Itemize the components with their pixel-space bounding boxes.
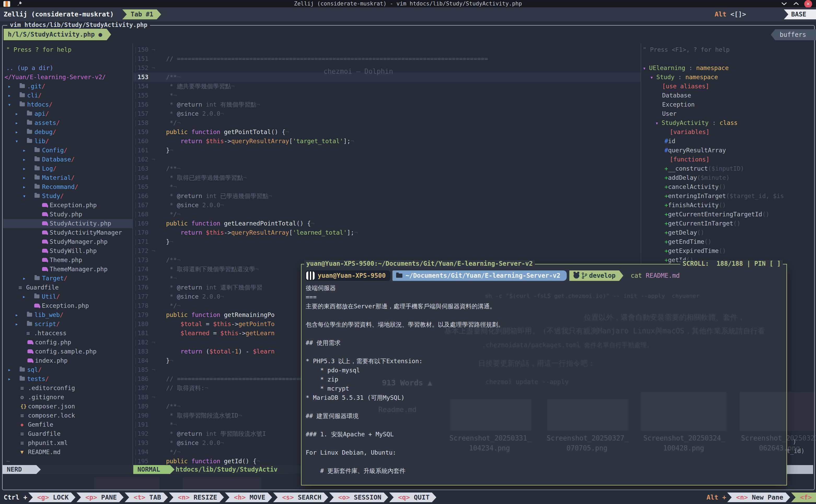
tree-row[interactable]: ≡composer.lock bbox=[3, 411, 133, 420]
lines-icon: ≡ bbox=[20, 429, 24, 438]
keybind-pane[interactable]: <p> PANE bbox=[77, 493, 124, 502]
readme-line: * mcrypt bbox=[306, 384, 349, 393]
tagbar-panel: " Press <F1>, ? for help▾ UElearning : n… bbox=[0, 0, 813, 264]
tree-row[interactable]: index.php bbox=[3, 356, 133, 365]
tagbar-row[interactable]: +cancelActivity() bbox=[664, 182, 726, 192]
tagbar-row[interactable]: +finishActivity() bbox=[664, 201, 726, 210]
chevron-closed-icon: ▸ bbox=[15, 320, 18, 329]
readme-line: * pdo-mysql bbox=[306, 366, 360, 375]
folder-icon bbox=[20, 368, 25, 372]
tree-row[interactable]: ≡phpunit.xml bbox=[3, 438, 133, 448]
readme-line: 主要的東西都放在Server那邊，處理手機客戶端與伺服器資料的溝通。 bbox=[306, 302, 496, 311]
lines-icon: ≡ bbox=[20, 384, 24, 393]
folder-icon bbox=[34, 276, 40, 280]
folder-icon bbox=[27, 322, 32, 326]
nerd-mode-badge: NERD bbox=[3, 465, 41, 474]
tree-row[interactable]: ThemeManager.php bbox=[3, 265, 133, 274]
keybind-session[interactable]: <o> SESSION bbox=[329, 493, 388, 502]
prompt-path: ~/Documents/Git/Yuan/E-learning-Server-v… bbox=[406, 272, 560, 279]
tagbar-row[interactable]: [functions] bbox=[670, 155, 709, 164]
keybind-search[interactable]: <s> SEARCH bbox=[273, 493, 328, 502]
tagbar-overflow-text: t_id) bbox=[786, 448, 805, 454]
tree-row[interactable]: {}composer.json bbox=[3, 402, 133, 411]
tree-row[interactable]: ▼README.md bbox=[3, 448, 133, 457]
tagbar-row[interactable]: " Press <F1>, ? for help bbox=[643, 45, 730, 54]
readme-line: * zip bbox=[306, 375, 338, 384]
tree-row[interactable]: Exception.php bbox=[3, 301, 133, 310]
prompt-command[interactable]: cat README.md bbox=[631, 272, 680, 279]
keybind-floating[interactable]: <f> Floating bbox=[791, 493, 816, 502]
keybind-move[interactable]: <h> MOVE bbox=[225, 493, 272, 502]
tree-row[interactable]: ≡.editorconfig bbox=[3, 384, 133, 393]
prompt-path-segment: ~/Documents/Git/Yuan/E-learning-Server-v… bbox=[392, 270, 566, 281]
vim-mode-badge: NORMAL bbox=[133, 465, 175, 474]
tagbar-row[interactable]: +getCurrentEnteringTargetId() bbox=[664, 210, 769, 219]
keybind-lock[interactable]: <g> LOCK bbox=[28, 493, 75, 502]
readme-line: For Linux Debian, Ubuntu: bbox=[306, 448, 396, 457]
readme-line: * MariaDB 5.5.31 (可用MySQL) bbox=[306, 393, 404, 402]
chevron-closed-icon: ▸ bbox=[15, 310, 18, 320]
tagbar-row[interactable]: ▾ Study : namespace bbox=[650, 73, 718, 82]
chevron-closed-icon: ▸ bbox=[8, 365, 11, 374]
tree-row[interactable]: ▸tests/ bbox=[3, 374, 133, 384]
keybind-resize[interactable]: <n> RESIZE bbox=[169, 493, 224, 502]
lines-icon: ≡ bbox=[20, 411, 24, 420]
keybind-tab[interactable]: <t> TAB bbox=[125, 493, 168, 502]
tagbar-row[interactable]: [use aliases] bbox=[662, 82, 709, 91]
tree-row[interactable]: config.php bbox=[3, 338, 133, 347]
php-icon bbox=[42, 267, 48, 271]
tagbar-row[interactable]: Database bbox=[662, 91, 691, 100]
tagbar-row[interactable]: +getDelay() bbox=[664, 228, 704, 237]
tagbar-row[interactable]: +getExpiredTime() bbox=[664, 246, 726, 256]
chevron-closed-icon: ▸ bbox=[23, 274, 26, 283]
tagbar-row[interactable]: ▾ UElearning : namespace bbox=[643, 63, 729, 73]
readme-line: * PHP5.3 以上，需要有以下Extension: bbox=[306, 357, 423, 366]
tree-row[interactable]: ▸Util/ bbox=[3, 292, 133, 301]
readme-line: ## 建置伺服器環境 bbox=[306, 412, 359, 421]
ctrl-label: Ctrl + bbox=[4, 494, 27, 501]
floating-pane-scroll-pin[interactable]: SCROLL: 188/188 | PIN [ ] bbox=[680, 260, 783, 267]
tree-row[interactable]: ▸lib_web/ bbox=[3, 310, 133, 320]
tree-row[interactable]: ~ bbox=[3, 457, 133, 465]
chevron-closed-icon: ▸ bbox=[8, 374, 11, 384]
tree-row[interactable]: ▸Target/ bbox=[3, 274, 133, 283]
tagbar-row[interactable]: #id bbox=[664, 137, 675, 146]
readme-line: 包含每位學生的學習資料、場地狀況、學習教材。以及處理學習路徑規劃。 bbox=[306, 320, 504, 329]
tree-row[interactable]: ⚙.gitignore bbox=[3, 393, 133, 402]
tagbar-overflow-text: ) bbox=[793, 438, 796, 445]
prompt-host: yuan@Yuan-XPS-9500 bbox=[318, 272, 386, 279]
tagbar-row[interactable]: +enteringInTarget($target_id, $is bbox=[664, 192, 784, 201]
keybind-quit[interactable]: <q> QUIT bbox=[389, 493, 436, 502]
tagbar-row[interactable]: +addDelay($minute) bbox=[664, 173, 730, 182]
down-icon: ▼ bbox=[20, 448, 24, 457]
php-icon bbox=[27, 358, 33, 362]
alt-label: Alt + bbox=[707, 494, 726, 501]
github-icon bbox=[574, 273, 579, 279]
tree-row[interactable]: ▸script/ bbox=[3, 320, 133, 329]
tree-row[interactable]: ≡Guardfile bbox=[3, 283, 133, 292]
tagbar-row[interactable]: ▾ StudyActivity : class bbox=[655, 118, 738, 128]
git-branch-icon bbox=[582, 272, 587, 279]
tagbar-row[interactable]: #queryResultArray bbox=[664, 146, 726, 155]
floating-terminal-pane[interactable]: yuan@Yuan-XPS-9500:~/Documents/Git/Yuan/… bbox=[301, 264, 787, 485]
readme-line: # 更新套件庫、升級系統內套件 bbox=[306, 466, 406, 476]
tagbar-row[interactable]: Exception bbox=[662, 100, 695, 109]
tagbar-row[interactable]: +__construct($inputID) bbox=[664, 164, 744, 173]
tagbar-row[interactable]: +getEndTime() bbox=[664, 237, 711, 246]
lines-icon: ≡ bbox=[26, 329, 30, 338]
statusline-filepath: htdocs/lib/Study/StudyActiv bbox=[176, 465, 277, 474]
keybind-new-pane[interactable]: <n> New Pane bbox=[727, 493, 790, 502]
gear-icon: ⚙ bbox=[20, 393, 24, 402]
tree-row[interactable]: ≡Guardfile bbox=[3, 429, 133, 438]
tagbar-row[interactable]: User bbox=[662, 109, 676, 118]
php-icon bbox=[34, 304, 40, 308]
folder-icon bbox=[396, 274, 402, 278]
php-icon bbox=[27, 340, 33, 344]
tagbar-row[interactable]: [variables] bbox=[670, 128, 709, 137]
tree-row[interactable]: config.sample.php bbox=[3, 347, 133, 356]
tree-row[interactable]: ≡.htaccess bbox=[3, 329, 133, 338]
tree-row[interactable]: ▸sql/ bbox=[3, 365, 133, 374]
tagbar-row[interactable]: +getCurrentInTarget() bbox=[664, 219, 740, 228]
readme-line: 後端伺服器 bbox=[306, 283, 336, 293]
tree-row[interactable]: ◆Gemfile bbox=[3, 420, 133, 429]
